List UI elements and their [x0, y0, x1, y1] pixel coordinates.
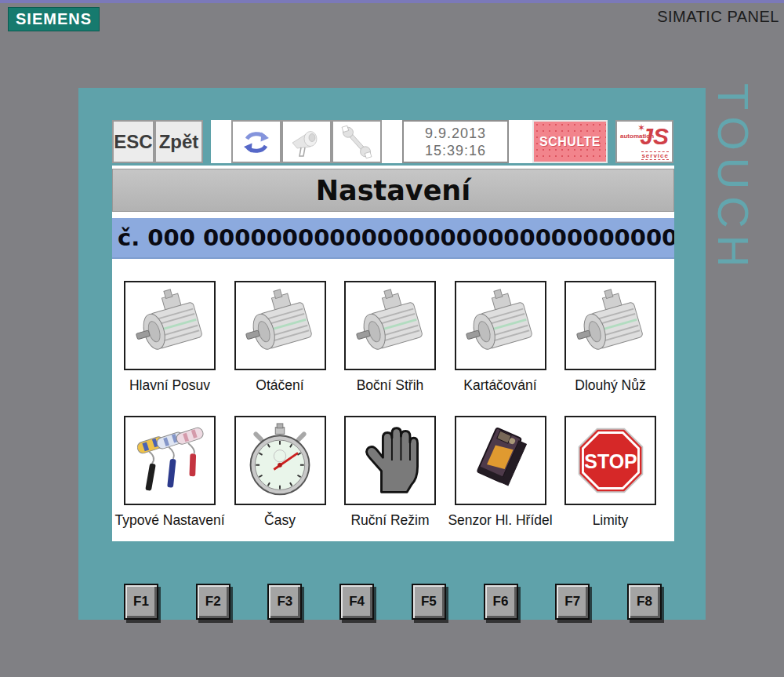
tile-kart-ov-n-[interactable]: Kartáčování: [455, 281, 546, 394]
tile-label: Ruční Režim: [350, 512, 429, 529]
motor-tile-button[interactable]: [455, 281, 546, 370]
tile-label: Otáčení: [256, 377, 303, 394]
schulte-logo: SCHULTE: [532, 120, 608, 163]
tile-senzor-hl-h-del[interactable]: Senzor Hl. Hřídel: [455, 416, 546, 529]
top-accent-line: [0, 0, 784, 3]
page-title: Nastavení: [112, 169, 674, 212]
motor-tile-button[interactable]: [564, 281, 656, 370]
stop-sign-icon: STOP: [573, 423, 648, 498]
fkey-f6[interactable]: F6: [484, 584, 518, 620]
tile-label: Časy: [264, 512, 296, 529]
stopwatch-icon: [242, 423, 318, 498]
recipe-number-field[interactable]: č. 000 00000000000000000000000000000000: [112, 218, 674, 259]
hand-tile-button[interactable]: [344, 416, 436, 505]
tile-label: Boční Střih: [357, 377, 424, 394]
tile-label: Limity: [593, 512, 629, 529]
horn-icon: [287, 122, 326, 162]
tile--asy[interactable]: Časy: [234, 416, 326, 529]
fkey-f3[interactable]: F3: [267, 584, 302, 620]
stop-tile-button[interactable]: STOP: [564, 416, 656, 505]
tile-ot-en-[interactable]: Otáčení: [234, 281, 326, 394]
stopwatch-tile-button[interactable]: [234, 416, 326, 505]
simatic-panel-label: SIMATIC PANEL: [657, 8, 779, 26]
tile-hlavn-posuv[interactable]: Hlavní Posuv: [124, 281, 216, 394]
datetime-display: 9.9.2013 15:39:16: [402, 120, 509, 163]
toolbar-spacer: [211, 120, 231, 163]
fkey-f4[interactable]: F4: [339, 584, 374, 620]
fkey-f1[interactable]: F1: [124, 584, 158, 620]
tile-limity[interactable]: STOP Limity: [564, 416, 656, 529]
tile-label: Kartáčování: [463, 377, 536, 394]
sensor-tile-button[interactable]: [455, 416, 546, 505]
stop-text: STOP: [584, 450, 637, 472]
time-value: 15:39:16: [425, 142, 486, 159]
screenshot-root: SIEMENS SIMATIC PANEL ESC Zpět: [0, 0, 784, 677]
refresh-icon: [237, 122, 276, 162]
rollers-tile-button[interactable]: [124, 416, 216, 505]
siemens-logo: SIEMENS: [8, 7, 100, 31]
function-key-row: F1F2F3F4F5F6F7F8: [124, 584, 662, 620]
sensor-icon: [463, 423, 538, 498]
toolbar-spacer: [509, 120, 532, 163]
horn-button[interactable]: [281, 120, 332, 163]
js-automation-logo: automation ✶ JS service: [615, 120, 673, 163]
panel-bezel: ESC Zpět: [78, 88, 706, 620]
paint-rollers-icon: [132, 423, 208, 498]
wrench-icon: [337, 122, 376, 162]
fkey-f2[interactable]: F2: [196, 584, 230, 620]
hand-icon: [353, 423, 428, 498]
touch-branding: TOUCH: [708, 83, 759, 274]
tile-ru-n-re-im[interactable]: Ruční Režim: [344, 416, 436, 529]
servo-motor-icon: [573, 288, 648, 363]
toolbar: ESC Zpět: [112, 120, 673, 163]
refresh-button[interactable]: [231, 120, 281, 163]
date-value: 9.9.2013: [425, 125, 486, 142]
motor-tile-button[interactable]: [124, 281, 216, 370]
tile-label: Hlavní Posuv: [129, 377, 210, 394]
js-logo-service-text: service: [641, 151, 669, 160]
tile-label: Dlouhý Nůž: [575, 377, 645, 394]
esc-button[interactable]: ESC: [112, 120, 154, 163]
back-button[interactable]: Zpět: [154, 120, 203, 163]
tile-typov-nastaven-[interactable]: Typové Nastavení: [124, 416, 216, 529]
tile-row-2: Typové Nastavení Časy Ruční Režim Senzor…: [124, 416, 656, 529]
toolbar-gap: [203, 120, 211, 163]
tile-bo-n-st-ih[interactable]: Boční Střih: [344, 281, 436, 394]
js-logo-text: JS: [640, 123, 669, 150]
servo-motor-icon: [132, 288, 208, 363]
tile-label: Typové Nastavení: [114, 512, 224, 529]
tile-row-1: Hlavní Posuv Otáčení: [124, 281, 656, 394]
servo-motor-icon: [353, 288, 428, 363]
servo-motor-icon: [463, 288, 538, 363]
motor-tile-button[interactable]: [234, 281, 326, 370]
tile-label: Senzor Hl. Hřídel: [448, 512, 552, 529]
motor-tile-button[interactable]: [344, 281, 436, 370]
fkey-f7[interactable]: F7: [555, 584, 590, 620]
toolbar-spacer: [382, 120, 402, 163]
fkey-f8[interactable]: F8: [627, 584, 662, 620]
wrench-button[interactable]: [332, 120, 382, 163]
servo-motor-icon: [242, 288, 318, 363]
schulte-logo-text: SCHULTE: [539, 135, 601, 149]
toolbar-gap: [608, 120, 615, 163]
fkey-f5[interactable]: F5: [412, 584, 446, 620]
tile-dlouh-n-[interactable]: Dlouhý Nůž: [564, 281, 656, 394]
